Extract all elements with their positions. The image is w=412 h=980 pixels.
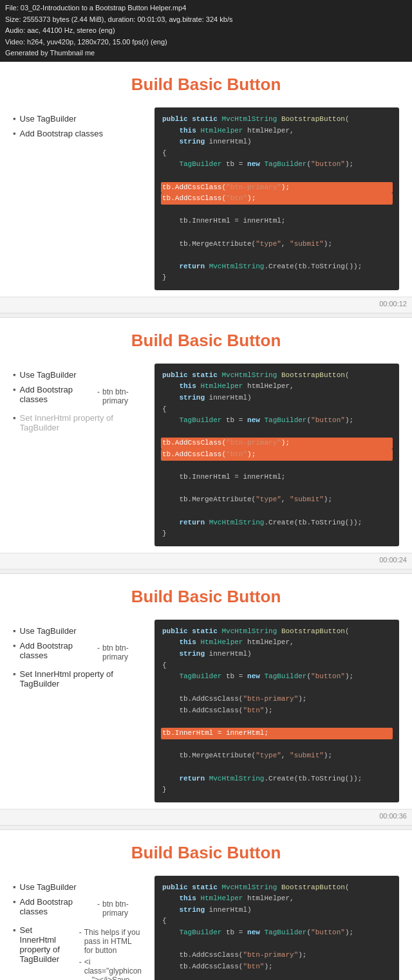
- divider-2: [0, 569, 412, 574]
- meta-line5: Generated by Thumbnail me: [5, 48, 407, 59]
- slide-2-bullets: Use TagBuilder Add Bootstrap classes btn…: [13, 364, 142, 546]
- slide-4: Build Basic Button Use TagBuilder Add Bo…: [0, 830, 412, 980]
- sub-btn-primary-2: btn btn-primary: [97, 387, 142, 405]
- meta-line2: Size: 2555373 bytes (2.44 MiB), duration…: [5, 14, 407, 26]
- slide-1-title: Build Basic Button: [13, 75, 399, 95]
- meta-line4: Video: h264, yuv420p, 1280x720, 15.00 fp…: [5, 37, 407, 48]
- bullet-use-tagbuilder-3: Use TagBuilder: [13, 626, 142, 636]
- slide-4-code: public static MvcHtmlString BootstrapBut…: [154, 876, 399, 980]
- slide-3: Build Basic Button Use TagBuilder Add Bo…: [0, 574, 412, 809]
- meta-bar: File: 03_02-Introduction to a Bootstrap …: [0, 0, 412, 62]
- slide-3-code: public static MvcHtmlString BootstrapBut…: [154, 620, 399, 802]
- slide-1-bullets: Use TagBuilder Add Bootstrap classes: [13, 107, 142, 290]
- bullet-add-bootstrap: Add Bootstrap classes: [13, 129, 142, 138]
- divider-3: [0, 825, 412, 830]
- bullet-add-bootstrap-4: Add Bootstrap classes btn btn-primary: [13, 897, 142, 920]
- sub-innerhtml-help: This helps if you pass in HTML for butto…: [79, 928, 142, 955]
- slide-3-timestamp: 00:00:36: [0, 809, 412, 825]
- sub-btn-primary-3: btn btn-primary: [97, 643, 142, 661]
- slide-1-timestamp: 00:00:12: [0, 297, 412, 313]
- bullet-add-bootstrap-2: Add Bootstrap classes btn btn-primary: [13, 385, 142, 408]
- bullet-use-tagbuilder: Use TagBuilder: [13, 114, 142, 124]
- slide-2-timestamp: 00:00:24: [0, 553, 412, 569]
- slide-1-code: public static MvcHtmlString BootstrapBut…: [154, 107, 399, 290]
- meta-line3: Audio: aac, 44100 Hz, stereo (eng): [5, 25, 407, 37]
- bullet-use-tagbuilder-4: Use TagBuilder: [13, 882, 142, 892]
- divider-1: [0, 313, 412, 318]
- slide-3-title: Build Basic Button: [13, 587, 399, 607]
- bullet-set-innerhtml-3: Set InnerHtml property of TagBuilder: [13, 669, 142, 689]
- sub-innerhtml-glyphicon: <i class="glyphicon …"></i>Save: [79, 957, 142, 980]
- slide-4-title: Build Basic Button: [13, 843, 399, 863]
- sub-btn-primary-4: btn btn-primary: [97, 900, 142, 918]
- slide-3-content: Use TagBuilder Add Bootstrap classes btn…: [13, 620, 399, 802]
- slide-4-bullets: Use TagBuilder Add Bootstrap classes btn…: [13, 876, 142, 980]
- slide-1-content: Use TagBuilder Add Bootstrap classes pub…: [13, 107, 399, 290]
- bullet-use-tagbuilder-2: Use TagBuilder: [13, 370, 142, 380]
- slide-2: Build Basic Button Use TagBuilder Add Bo…: [0, 318, 412, 553]
- slide-3-bullets: Use TagBuilder Add Bootstrap classes btn…: [13, 620, 142, 802]
- slide-1: Build Basic Button Use TagBuilder Add Bo…: [0, 62, 412, 297]
- meta-line1: File: 03_02-Introduction to a Bootstrap …: [5, 3, 407, 14]
- slide-2-title: Build Basic Button: [13, 331, 399, 351]
- bullet-set-innerhtml-4: Set InnerHtml property of TagBuilder Thi…: [13, 925, 142, 980]
- slide-4-content: Use TagBuilder Add Bootstrap classes btn…: [13, 876, 399, 980]
- slide-2-code: public static MvcHtmlString BootstrapBut…: [154, 364, 399, 546]
- bullet-set-innerhtml-2: Set InnerHtml property of TagBuilder: [13, 413, 142, 432]
- bullet-add-bootstrap-3: Add Bootstrap classes btn btn-primary: [13, 641, 142, 664]
- slide-2-content: Use TagBuilder Add Bootstrap classes btn…: [13, 364, 399, 546]
